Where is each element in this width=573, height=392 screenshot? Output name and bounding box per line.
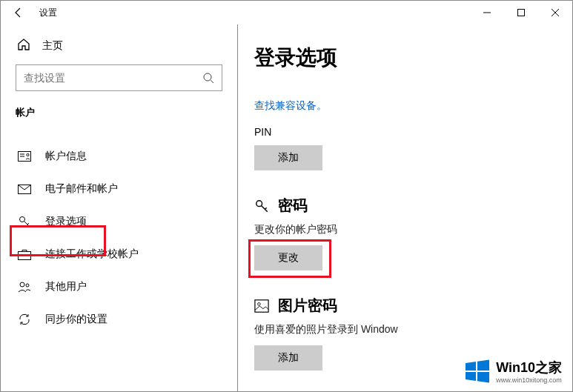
watermark: Win10之家 www.win10xitong.com [460,357,566,385]
password-section: 密码 更改你的帐户密码 更改 [254,196,556,270]
maximize-button[interactable] [504,1,538,24]
nav-item-sync[interactable]: 同步你的设置 [16,303,222,336]
home-icon [17,38,30,54]
svg-point-4 [204,73,211,81]
svg-line-13 [27,223,29,225]
picture-add-button[interactable]: 添加 [254,345,322,371]
svg-rect-14 [19,251,31,259]
page-title: 登录选项 [254,44,556,72]
svg-line-20 [265,207,266,209]
svg-point-11 [20,217,25,222]
svg-point-17 [26,284,29,287]
nav-label: 连接工作或学校帐户 [45,248,139,261]
svg-marker-24 [477,360,489,371]
key-icon [254,198,269,214]
nav-label: 其他用户 [45,280,87,293]
svg-point-18 [256,200,262,206]
section-label: 帐户 [16,106,222,119]
svg-line-5 [211,80,213,83]
watermark-url: www.win10xitong.com [496,376,562,384]
briefcase-icon [17,249,32,260]
minimize-button[interactable] [470,1,504,24]
watermark-brand: Win10之家 [496,359,562,376]
mail-icon [17,185,32,194]
id-card-icon [17,151,32,162]
svg-marker-23 [466,362,476,371]
svg-line-19 [261,205,267,211]
nav-label: 同步你的设置 [45,313,107,326]
password-heading: 密码 [278,196,308,216]
picture-desc: 使用喜爱的照片登录到 Window [254,323,556,336]
search-icon [202,72,214,84]
window-title: 设置 [39,7,57,19]
sidebar: 主页 帐户 帐户信息 电子邮件和帐户 登录选项 连接工作或学校帐户 [1,24,238,391]
password-change-button[interactable]: 更改 [254,245,322,270]
content-panel: 登录选项 查找兼容设备。 PIN 添加 密码 更改你的帐户密码 更改 图片密码 … [238,24,572,391]
pin-section: PIN 添加 [254,126,556,170]
key-icon [17,215,32,228]
home-link[interactable]: 主页 [17,38,222,54]
people-icon [17,281,32,293]
nav-label: 帐户信息 [45,150,87,163]
svg-point-16 [20,282,24,287]
minimize-icon [483,9,491,16]
nav-list: 帐户信息 电子邮件和帐户 登录选项 连接工作或学校帐户 其他用户 同步你的设置 [16,140,222,336]
nav-item-work-school[interactable]: 连接工作或学校帐户 [16,238,222,270]
svg-point-22 [258,302,261,305]
svg-marker-26 [477,372,489,383]
nav-item-account-info[interactable]: 帐户信息 [16,140,222,173]
close-button[interactable] [538,1,572,24]
nav-item-other-users[interactable]: 其他用户 [16,270,222,303]
pin-add-button[interactable]: 添加 [254,145,322,170]
close-icon [552,9,559,16]
windows-logo-icon [465,359,490,384]
home-label: 主页 [42,39,63,53]
password-desc: 更改你的帐户密码 [254,223,556,236]
arrow-left-icon [13,7,24,19]
search-input[interactable] [24,72,202,84]
svg-rect-1 [518,10,525,16]
nav-label: 电子邮件和帐户 [45,182,118,196]
compat-link[interactable]: 查找兼容设备。 [254,99,327,113]
picture-icon [254,299,269,313]
nav-label: 登录选项 [45,215,87,228]
svg-line-12 [24,222,30,227]
nav-item-signin-options[interactable]: 登录选项 [16,205,222,238]
nav-item-email[interactable]: 电子邮件和帐户 [16,173,222,205]
sync-icon [17,313,32,326]
window-controls [470,1,572,24]
back-button[interactable] [1,1,36,24]
svg-rect-21 [255,299,268,311]
picture-heading: 图片密码 [278,296,337,316]
svg-marker-25 [466,372,476,381]
maximize-icon [517,9,525,16]
svg-point-9 [27,153,29,156]
titlebar: 设置 [1,1,572,24]
search-box[interactable] [16,64,222,91]
pin-label: PIN [254,126,556,138]
